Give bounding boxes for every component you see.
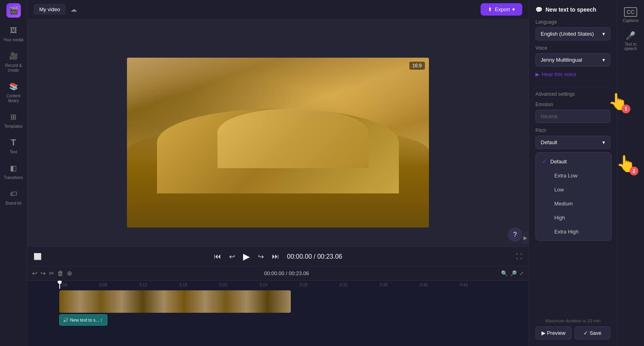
text-to-speech-clip[interactable]: 🔊 New text to s... | [59, 314, 107, 326]
tts-clip-cursor: | [101, 318, 102, 322]
emotion-section-label: Emotion [535, 102, 610, 107]
pitch-section-label: Pitch [535, 128, 610, 133]
ruler-mark: 0:08 [99, 283, 139, 287]
preview-button[interactable]: ▶ Preview [535, 326, 572, 340]
export-icon: ⬆ [488, 6, 492, 12]
pitch-option-label: High [554, 215, 565, 221]
time-display: 00:00.00 / 00:23.06 [287, 253, 342, 260]
timeline-content: 0:04 0:08 0:12 0:16 0:20 0:24 0:28 0:32 … [27, 281, 529, 346]
sidebar-item-your-media[interactable]: 🖼 Your media [0, 21, 27, 46]
save-button[interactable]: ✓ Save [575, 326, 611, 340]
video-clip[interactable] [59, 290, 291, 313]
zoom-in-button[interactable]: 🔎 [510, 270, 517, 276]
export-button[interactable]: ⬆ Export ▾ [481, 3, 522, 16]
ruler-mark: 0:32 [340, 283, 380, 287]
tts-clip-label: New text to s... [70, 318, 99, 322]
pitch-option-high[interactable]: High [536, 211, 611, 225]
sidebar-label-content-library: Content library [2, 94, 25, 103]
pitch-option-default[interactable]: ✓ Default [536, 154, 611, 169]
far-right-text-to-speech[interactable]: 🎤 Text to speech [617, 27, 644, 55]
delete-button[interactable]: 🗑 [57, 270, 64, 277]
redo-button[interactable]: ↪ [40, 270, 46, 277]
aspect-ratio-badge: 16:9 [409, 62, 425, 70]
far-right-sidebar: CC Captions 🎤 Text to speech [617, 0, 644, 346]
skip-to-start-button[interactable]: ⏮ [214, 252, 221, 261]
hear-this-voice-button[interactable]: ▶ Hear this voice [535, 71, 610, 77]
left-sidebar: 🎬 🖼 Your media 🎥 Record & create 📚 Conte… [0, 0, 27, 346]
pitch-option-low[interactable]: Low [536, 183, 611, 197]
sidebar-item-brand-kit[interactable]: 🏷 Brand kit [0, 184, 27, 210]
forward-button[interactable]: ↪ [258, 252, 264, 261]
sidebar-label-text: Text [10, 150, 17, 155]
sidebar-item-transitions[interactable]: ◧ Transitions [0, 159, 27, 184]
cut-button[interactable]: ✂ [49, 270, 54, 277]
timeline-time: 00:00.00 / 00:23.06 [75, 270, 498, 276]
pitch-dropdown[interactable]: Default ▾ [535, 136, 610, 149]
transitions-icon: ◧ [8, 163, 19, 174]
language-value: English (United States) [541, 31, 594, 37]
pitch-option-extra-low[interactable]: Extra Low [536, 169, 611, 183]
ruler-mark: 0:28 [300, 283, 340, 287]
sidebar-item-content-library[interactable]: 📚 Content library [0, 77, 27, 107]
voice-chevron: ▾ [602, 57, 605, 63]
fit-to-screen-button[interactable]: ⤢ [519, 270, 524, 276]
undo-button[interactable]: ↩ [32, 270, 37, 277]
track-area: 🔊 New text to s... | [27, 289, 529, 327]
captions-icon: CC [624, 7, 637, 17]
panel-title: 💬 New text to speech [535, 6, 610, 13]
play-pause-button[interactable]: ▶ [243, 251, 250, 262]
save-icon: ✓ [584, 330, 588, 336]
voice-dropdown[interactable]: Jenny Multilingual ▾ [535, 53, 610, 66]
pitch-option-label: Default [550, 159, 567, 165]
panel-title-text: New text to speech [545, 6, 596, 13]
pitch-option-extra-high[interactable]: Extra High [536, 225, 611, 239]
rewind-button[interactable]: ↩ [229, 252, 235, 261]
record-create-icon: 🎥 [8, 50, 19, 62]
export-chevron: ▾ [512, 6, 515, 12]
skip-to-end-button[interactable]: ⏭ [272, 252, 279, 261]
project-title[interactable]: My video [34, 4, 66, 15]
timeline-toolbar: ↩ ↪ ✂ 🗑 ⊕ 00:00.00 / 00:23.06 🔍 🔎 ⤢ [27, 266, 529, 281]
content-library-icon: 📚 [8, 81, 19, 92]
max-duration-text: Maximum duration is 10 min [535, 318, 610, 323]
sidebar-label-record-create: Record & create [2, 63, 25, 73]
sidebar-label-your-media: Your media [3, 38, 23, 42]
ruler-mark: 0:40 [420, 283, 460, 287]
video-track [59, 290, 529, 313]
voice-section-label: Voice [535, 45, 610, 51]
language-chevron: ▾ [602, 31, 605, 37]
voice-value: Jenny Multilingual [541, 57, 582, 63]
right-panel: 💬 New text to speech Language English (U… [529, 0, 617, 346]
sidebar-label-brand-kit: Brand kit [6, 201, 21, 206]
sidebar-item-templates[interactable]: ⊞ Templates [0, 107, 27, 133]
pitch-option-label: Low [554, 187, 564, 193]
preview-label: Preview [547, 330, 566, 336]
templates-icon: ⊞ [8, 111, 19, 123]
captions-label: Captions [623, 18, 638, 23]
save-status-icon: ☁ [70, 6, 77, 13]
collapse-panel-button[interactable]: ▶ [522, 232, 529, 244]
emotion-display[interactable]: Neutral [535, 110, 610, 123]
playhead [59, 281, 60, 289]
ruler-mark: 0:20 [219, 283, 260, 287]
add-clip-button[interactable]: ⊕ [67, 270, 72, 277]
pitch-option-label: Extra High [554, 229, 579, 235]
zoom-controls: 🔍 🔎 ⤢ [501, 270, 524, 276]
far-right-captions[interactable]: CC Captions [617, 3, 644, 27]
your-media-icon: 🖼 [8, 25, 19, 36]
ruler-mark: 0:44 [460, 283, 500, 287]
language-dropdown[interactable]: English (United States) ▾ [535, 27, 610, 40]
pitch-option-label: Medium [554, 201, 573, 207]
sidebar-item-text[interactable]: T Text [0, 133, 27, 159]
ruler-mark: 0:36 [380, 283, 420, 287]
subtitle-toggle[interactable]: ⬜ [34, 253, 42, 260]
pitch-dropdown-menu: ✓ Default Extra Low Low Medium High Extr… [535, 152, 612, 241]
zoom-out-button[interactable]: 🔍 [501, 270, 508, 276]
advanced-settings-label[interactable]: Advanced settings [535, 91, 610, 97]
pitch-option-medium[interactable]: Medium [536, 197, 611, 211]
sidebar-item-record-create[interactable]: 🎥 Record & create [0, 46, 27, 77]
pitch-chevron: ▾ [602, 139, 605, 145]
text-to-speech-label: Text to speech [619, 42, 642, 51]
fullscreen-button[interactable]: ⛶ [516, 253, 522, 260]
help-button[interactable]: ? [508, 227, 522, 242]
